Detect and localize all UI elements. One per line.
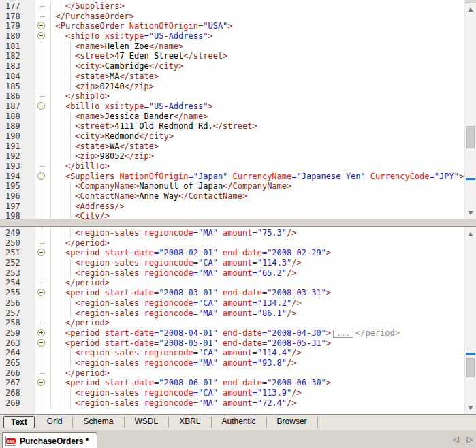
code-line[interactable]: <Address/> <box>46 202 464 212</box>
collapsed-placeholder[interactable]: ... <box>333 330 353 338</box>
xml-text-token: Jessica Bander <box>105 112 174 121</box>
view-tab-text[interactable]: Text <box>3 416 35 428</box>
fold-collapse-icon[interactable] <box>37 32 45 39</box>
line-number: 192 <box>0 151 35 161</box>
xml-tag-token: </zip> <box>125 151 154 161</box>
view-tab-authentic[interactable]: Authentic <box>212 417 267 428</box>
scroll-down-icon[interactable] <box>465 208 476 218</box>
code-line[interactable]: <region-sales regioncode="CA" amount="11… <box>46 348 464 358</box>
code-line[interactable]: <street>4111 Old Redmond Rd.</street> <box>46 121 464 131</box>
indent-guide <box>70 202 71 212</box>
scrollbar-thumb[interactable] <box>466 358 475 377</box>
fold-margin-cell <box>35 172 46 182</box>
code-line-row: 188 <name>Jessica Bander</name> <box>0 112 464 122</box>
line-number: 267 <box>0 378 35 388</box>
code-line[interactable]: <billTo xsi:type="US-Address"> <box>46 101 464 112</box>
scroll-up-icon[interactable] <box>465 229 476 239</box>
code-line-row: 264 <region-sales regioncode="CA" amount… <box>0 348 464 358</box>
code-line[interactable]: <Suppliers NationOfOrigin="Japan" Curren… <box>46 172 464 182</box>
collapsed-preview-token: </period> <box>355 328 400 338</box>
line-number: 255 <box>0 288 35 298</box>
view-tab-schema[interactable]: Schema <box>73 417 124 428</box>
code-line[interactable]: <period start-date="2008-03-01" end-date… <box>46 288 464 298</box>
view-tab-xbrl[interactable]: XBRL <box>169 417 211 428</box>
code-line[interactable]: <period start-date="2008-06-01" end-date… <box>46 378 464 388</box>
tab-scroll-left-icon[interactable]: ◁ <box>453 434 458 444</box>
fold-collapse-icon[interactable] <box>37 379 45 386</box>
code-line[interactable]: <city>Redmond</city> <box>46 131 464 142</box>
indent-guide <box>50 258 51 268</box>
xml-text-token: Helen Zoe <box>105 42 149 51</box>
code-line[interactable]: <region-sales regioncode="CA" amount="11… <box>46 388 464 398</box>
indent-guide <box>61 298 61 308</box>
fold-margin-cell <box>35 348 46 358</box>
indent-guide <box>70 211 71 219</box>
xml-text-view-top-pane[interactable]: 177 </Suppliers>178 </PurchaseOrder>179 … <box>0 0 464 219</box>
code-line[interactable]: </period> <box>46 278 464 288</box>
view-tab-wsdl[interactable]: WSDL <box>125 417 170 428</box>
code-line[interactable]: <period start-date="2008-04-01" end-date… <box>46 328 464 338</box>
xml-tag-token: <Address/> <box>75 202 124 211</box>
code-line-row: 255 <period start-date="2008-03-01" end-… <box>0 288 464 298</box>
cursor-position-marker <box>466 353 475 355</box>
fold-collapse-icon[interactable] <box>37 339 45 347</box>
code-line[interactable]: <region-sales regioncode="CA" amount="13… <box>46 298 464 308</box>
code-line[interactable]: <region-sales regioncode="CA" amount="11… <box>46 258 464 268</box>
view-tab-grid[interactable]: Grid <box>37 417 74 428</box>
fold-collapse-icon[interactable] <box>37 22 45 29</box>
code-line[interactable]: </shipTo> <box>46 91 464 101</box>
scroll-down-icon[interactable] <box>465 402 476 413</box>
code-line[interactable]: <region-sales regioncode="MA" amount="72… <box>46 398 464 409</box>
fold-collapse-icon[interactable] <box>37 289 45 296</box>
code-line[interactable]: </Suppliers> <box>46 1 464 12</box>
code-line[interactable]: <City/> <box>46 211 464 219</box>
code-line[interactable]: <region-sales regioncode="MA" amount="86… <box>46 308 464 319</box>
code-line[interactable]: <ContactName>Anne Way</ContactName> <box>46 191 464 202</box>
code-line[interactable]: <PurchaseOrder NationOfOrigin="USA"> <box>46 21 464 31</box>
code-line[interactable]: <city>Cambridge</city> <box>46 61 464 71</box>
fold-collapse-icon[interactable] <box>37 172 45 180</box>
vertical-scrollbar-top[interactable] <box>464 0 476 219</box>
indent-guide <box>50 151 51 161</box>
code-line-row: 258 </period> <box>0 318 464 328</box>
xml-value-token: ="2008-05-31" <box>262 338 326 348</box>
code-line[interactable]: </PurchaseOrder> <box>46 12 464 22</box>
code-line[interactable]: <state>MA</state> <box>46 71 464 82</box>
xml-tag-token: </period> <box>65 318 110 327</box>
code-line[interactable]: </period> <box>46 368 464 379</box>
code-line[interactable]: <region-sales regioncode="MA" amount="65… <box>46 268 464 278</box>
code-line[interactable]: <region-sales regioncode="MA" amount="75… <box>46 228 464 238</box>
down-arrow-icon <box>468 211 473 215</box>
code-line[interactable]: <name>Jessica Bander</name> <box>46 112 464 122</box>
fold-end-tick <box>40 373 45 374</box>
code-line[interactable]: <state>WA</state> <box>46 142 464 152</box>
scrollbar-split-handle[interactable] <box>465 0 476 3</box>
vertical-scrollbar-bottom[interactable] <box>464 227 476 414</box>
file-tab-active[interactable]: XMLPurchaseOrders * <box>2 432 97 448</box>
xml-tag-token: > <box>326 378 331 387</box>
fold-collapse-icon[interactable] <box>37 102 45 110</box>
indent-guide <box>61 161 61 172</box>
code-line[interactable]: <period start-date="2008-02-01" end-date… <box>46 248 464 258</box>
code-line[interactable]: <name>Helen Zoe</name> <box>46 42 464 52</box>
code-line[interactable]: <shipTo xsi:type="US-Address"> <box>46 31 464 42</box>
pane-splitter[interactable] <box>0 219 476 227</box>
code-line[interactable]: <region-sales regioncode="MA" amount="93… <box>46 358 464 368</box>
code-line[interactable]: </billTo> <box>46 161 464 172</box>
indent-guide <box>50 318 51 328</box>
code-line[interactable]: <zip>98052</zip> <box>46 151 464 161</box>
tab-scroll-right-icon[interactable]: ▷ <box>467 434 473 444</box>
code-line[interactable]: </period> <box>46 318 464 328</box>
scroll-up-icon[interactable] <box>465 4 476 14</box>
code-line[interactable]: <zip>02140</zip> <box>46 82 464 92</box>
code-line[interactable]: <street>47 Eden Street</street> <box>46 51 464 61</box>
code-line[interactable]: <period start-date="2008-05-01" end-date… <box>46 338 464 349</box>
scrollbar-thumb[interactable] <box>466 126 475 148</box>
view-tab-browser[interactable]: Browser <box>267 417 318 428</box>
xml-text-view-bottom-pane[interactable]: 249 <region-sales regioncode="MA" amount… <box>0 227 464 414</box>
line-number: 191 <box>0 142 35 152</box>
fold-expand-icon[interactable] <box>37 329 45 336</box>
code-line[interactable]: </period> <box>46 238 464 249</box>
fold-collapse-icon[interactable] <box>37 249 45 256</box>
code-line[interactable]: <CompanyName>Nanonull of Japan</CompanyN… <box>46 181 464 191</box>
